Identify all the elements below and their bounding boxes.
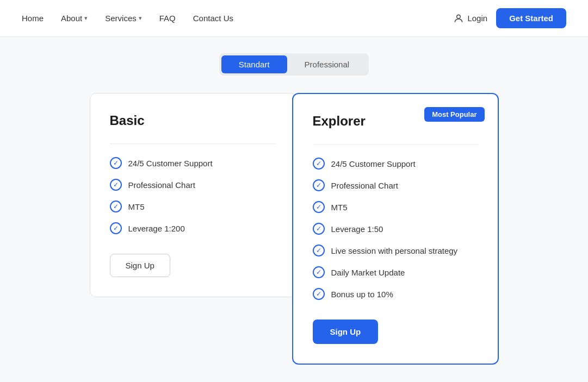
check-icon: ✓ xyxy=(110,179,122,191)
check-icon: ✓ xyxy=(313,158,325,170)
services-chevron-icon: ▾ xyxy=(139,15,142,22)
explorer-signup-button[interactable]: Sign Up xyxy=(313,320,379,344)
basic-card-title: Basic xyxy=(110,113,276,128)
nav-about[interactable]: About ▾ xyxy=(61,14,88,23)
plan-tabs: Standart Professional xyxy=(219,53,369,76)
list-item: ✓ Leverage 1:200 xyxy=(110,222,276,234)
list-item: ✓ Leverage 1:50 xyxy=(313,223,478,235)
list-item: ✓ Daily Market Update xyxy=(313,266,478,278)
navbar: Home About ▾ Services ▾ FAQ Contact Us L… xyxy=(0,0,588,37)
explorer-card: Most Popular Explorer ✓ 24/5 Customer Su… xyxy=(292,93,499,365)
tabs-container: Standart Professional xyxy=(22,53,566,76)
basic-features: ✓ 24/5 Customer Support ✓ Professional C… xyxy=(110,157,276,234)
check-icon: ✓ xyxy=(110,157,122,169)
check-icon: ✓ xyxy=(313,223,325,235)
list-item: ✓ Professional Chart xyxy=(313,179,478,191)
about-chevron-icon: ▾ xyxy=(84,15,88,22)
explorer-features: ✓ 24/5 Customer Support ✓ Professional C… xyxy=(313,158,478,300)
check-icon: ✓ xyxy=(313,266,325,278)
nav-home[interactable]: Home xyxy=(22,14,44,23)
check-icon: ✓ xyxy=(313,179,325,191)
list-item: ✓ Live session with personal strategy xyxy=(313,245,478,256)
check-icon: ✓ xyxy=(313,245,325,256)
check-icon: ✓ xyxy=(313,201,325,213)
svg-point-0 xyxy=(457,15,461,18)
user-icon xyxy=(453,13,464,24)
list-item: ✓ Bonus up to 10% xyxy=(313,288,478,300)
most-popular-badge: Most Popular xyxy=(424,107,484,122)
list-item: ✓ MT5 xyxy=(110,201,276,212)
nav-faq[interactable]: FAQ xyxy=(159,14,176,23)
pricing-cards: Basic ✓ 24/5 Customer Support ✓ Professi… xyxy=(22,93,566,365)
basic-divider xyxy=(110,143,276,144)
list-item: ✓ Professional Chart xyxy=(110,179,276,191)
basic-card: Basic ✓ 24/5 Customer Support ✓ Professi… xyxy=(90,93,296,297)
check-icon: ✓ xyxy=(313,288,325,300)
main-content: Standart Professional Basic ✓ 24/5 Custo… xyxy=(0,37,588,382)
login-button[interactable]: Login xyxy=(453,13,487,24)
list-item: ✓ 24/5 Customer Support xyxy=(313,158,478,170)
tab-professional[interactable]: Professional xyxy=(287,55,367,73)
explorer-divider xyxy=(313,144,478,145)
nav-left: Home About ▾ Services ▾ FAQ Contact Us xyxy=(22,14,453,23)
check-icon: ✓ xyxy=(110,222,122,234)
list-item: ✓ 24/5 Customer Support xyxy=(110,157,276,169)
tab-standart[interactable]: Standart xyxy=(221,55,287,73)
nav-right: Login Get Started xyxy=(453,8,566,28)
nav-services[interactable]: Services ▾ xyxy=(105,14,142,23)
basic-signup-button[interactable]: Sign Up xyxy=(110,254,170,277)
check-icon: ✓ xyxy=(110,201,122,212)
nav-contact[interactable]: Contact Us xyxy=(193,14,233,23)
get-started-button[interactable]: Get Started xyxy=(496,8,566,28)
list-item: ✓ MT5 xyxy=(313,201,478,213)
